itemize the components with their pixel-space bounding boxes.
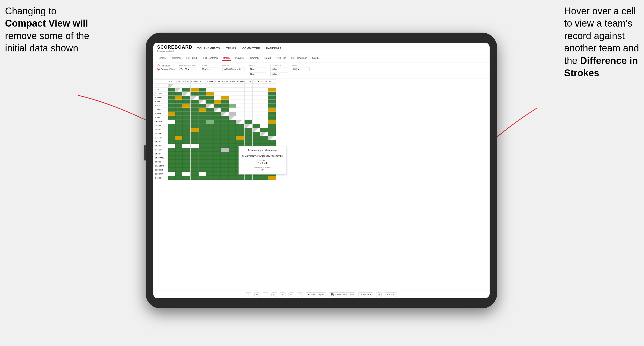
matrix-cell[interactable] [214,176,221,180]
matrix-cell[interactable] [190,132,199,136]
matrix-cell[interactable] [190,112,199,116]
matrix-cell[interactable] [199,152,206,156]
matrix-cell[interactable] [260,88,268,92]
matrix-cell[interactable] [190,88,199,92]
matrix-cell[interactable] [206,128,214,132]
undo-button[interactable]: ↩ [246,292,251,297]
matrix-cell[interactable] [182,132,191,136]
matrix-cell[interactable] [182,100,191,104]
matrix-cell[interactable] [199,124,206,128]
matrix-cell[interactable] [268,128,276,132]
matrix-cell[interactable] [190,104,199,108]
matrix-cell[interactable] [206,156,214,160]
matrix-cell[interactable] [221,156,229,160]
matrix-cell[interactable] [182,156,191,160]
save-custom-button[interactable]: 💾 Save Custom View [329,292,355,297]
matrix-cell[interactable] [236,104,245,108]
matrix-cell[interactable] [175,132,182,136]
matrix-cell[interactable] [252,124,260,128]
matrix-cell[interactable] [260,132,268,136]
matrix-cell[interactable] [268,132,276,136]
subnav-players[interactable]: Players [234,56,245,61]
matrix-cell[interactable] [245,100,253,104]
matrix-cell[interactable] [268,92,276,96]
subnav-detail[interactable]: Detail [263,56,272,61]
matrix-cell[interactable] [199,144,206,148]
matrix-cell[interactable] [168,136,175,140]
matrix-cell[interactable] [252,116,260,120]
matrix-cell[interactable] [221,164,229,168]
matrix-cell[interactable] [236,100,245,104]
matrix-cell[interactable] [252,132,260,136]
matrix-cell[interactable] [168,172,175,176]
matrix-cell[interactable] [182,124,191,128]
matrix-cell[interactable] [168,84,175,88]
matrix-cell[interactable] [221,88,229,92]
matrix-cell[interactable] [182,84,191,88]
matrix-cell[interactable] [175,140,182,144]
division-select[interactable]: NCAA Division I ▾ [222,67,245,71]
matrix-cell[interactable] [229,156,236,160]
matrix-cell[interactable] [221,140,229,144]
matrix-cell[interactable] [199,92,206,96]
matrix-cell[interactable] [229,120,236,124]
matrix-cell[interactable] [221,144,229,148]
matrix-cell[interactable] [260,112,268,116]
matrix-cell[interactable] [268,96,276,100]
matrix-cell[interactable] [268,136,276,140]
matrix-cell[interactable] [260,84,268,88]
matrix-cell[interactable] [221,172,229,176]
matrix-cell[interactable] [199,176,206,180]
matrix-cell[interactable] [168,140,175,144]
matrix-cell[interactable] [168,100,175,104]
matrix-cell[interactable] [214,88,221,92]
matrix-cell[interactable] [214,132,221,136]
matrix-cell[interactable] [214,120,221,124]
matrix-cell[interactable] [229,100,236,104]
matrix-cell[interactable] [214,144,221,148]
matrix-cell[interactable] [190,124,199,128]
matrix-cell[interactable] [214,160,221,164]
matrix-cell[interactable] [199,112,206,116]
matrix-cell[interactable] [206,160,214,164]
matrix-cell[interactable] [199,96,206,100]
matrix-cell[interactable] [236,140,245,144]
matrix-cell[interactable] [260,96,268,100]
matrix-cell[interactable] [199,172,206,176]
matrix-cell[interactable] [229,152,236,156]
matrix-cell[interactable] [260,176,268,180]
matrix-cell[interactable] [260,92,268,96]
matrix-cell[interactable] [182,152,191,156]
matrix-cell[interactable] [245,176,253,180]
matrix-cell[interactable] [236,128,245,132]
matrix-cell[interactable] [206,112,214,116]
matrix-cell[interactable] [182,128,191,132]
matrix-cell[interactable] [182,116,191,120]
matrix-cell[interactable] [168,92,175,96]
matrix-cell[interactable] [206,108,214,112]
zoom-fit-button[interactable]: ⊡ [271,292,277,297]
matrix-cell[interactable] [214,156,221,160]
matrix-cell[interactable] [168,160,175,164]
matrix-cell[interactable] [268,112,276,116]
matrix-cell[interactable] [245,116,253,120]
matrix-cell[interactable] [175,124,182,128]
matrix-cell[interactable] [229,116,236,120]
matrix-cell[interactable] [175,164,182,168]
matrix-cell[interactable] [245,128,253,132]
matrix-cell[interactable] [199,100,206,104]
matrix-cell[interactable] [175,112,182,116]
subnav-matrix1[interactable]: Matrix [222,56,231,61]
matrix-cell[interactable] [236,96,245,100]
matrix-cell[interactable] [175,120,182,124]
matrix-cell[interactable] [229,104,236,108]
conference-select-bot[interactable]: (All) ▾ [270,72,288,76]
zoom-out-button[interactable]: ⊖ [288,292,294,297]
matrix-cell[interactable] [182,176,191,180]
matrix-cell[interactable] [190,116,199,120]
matrix-cell[interactable] [168,112,175,116]
matrix-cell[interactable] [190,128,199,132]
matrix-cell[interactable] [221,132,229,136]
matrix-cell[interactable] [236,88,245,92]
region-select-bot[interactable]: N/A ▾ [249,72,266,76]
